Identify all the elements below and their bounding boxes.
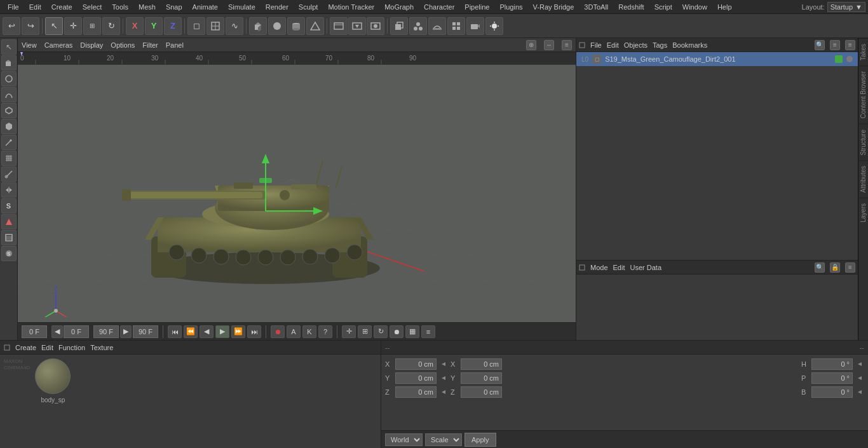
mograph-button[interactable] (409, 17, 427, 35)
menu-select[interactable]: Select (78, 2, 107, 12)
left-cube-btn[interactable] (1, 55, 17, 71)
deformer-button[interactable] (428, 17, 446, 35)
object-mode-button[interactable]: ◻ (187, 17, 205, 35)
attr-menu-mode[interactable]: Mode (590, 264, 608, 271)
render-view-button[interactable] (330, 17, 348, 35)
menu-help[interactable]: Help (712, 2, 737, 12)
current-frame-input[interactable] (22, 325, 47, 338)
menu-window[interactable]: Window (677, 2, 712, 12)
redo-button[interactable]: ↪ (22, 17, 39, 35)
camera-button[interactable] (466, 17, 484, 35)
left-paint-btn[interactable] (1, 230, 17, 245)
cylinder-button[interactable] (287, 17, 305, 35)
menu-simulate[interactable]: Simulate (223, 2, 261, 12)
y-axis-button[interactable]: Y (145, 17, 163, 35)
material-item[interactable]: body_sp (35, 358, 71, 404)
go-start-button[interactable]: ⏮ (168, 325, 182, 338)
left-snap-btn[interactable] (1, 214, 17, 229)
step-back-button[interactable]: ⏪ (184, 325, 198, 338)
menu-character[interactable]: Character (419, 2, 459, 12)
objects-menu-tags[interactable]: Tags (653, 41, 667, 49)
left-sphere-btn[interactable] (1, 71, 17, 86)
grid-button[interactable] (447, 17, 465, 35)
menu-plugins[interactable]: Plugins (494, 2, 527, 12)
vtab-content-browser[interactable]: Content Browser (858, 65, 868, 123)
scale-pb-btn[interactable]: ⊞ (358, 325, 372, 338)
left-nurbs-btn[interactable] (1, 103, 17, 118)
vtab-layers[interactable]: Layers (858, 198, 868, 227)
attr-menu-edit[interactable]: Edit (613, 264, 625, 271)
attr-lock-btn[interactable]: 🔒 (830, 262, 840, 273)
viewport-menu-view[interactable]: View (22, 41, 37, 49)
record-button[interactable]: ⏺ (271, 325, 285, 338)
menu-animate[interactable]: Animate (187, 2, 223, 12)
step-forward-button[interactable]: ⏩ (231, 325, 245, 338)
vtab-attributes[interactable]: Attributes (858, 160, 868, 198)
light-button[interactable] (485, 17, 503, 35)
viewport-menu-filter[interactable]: Filter (142, 41, 158, 49)
viewport-menu-display[interactable]: Display (80, 41, 103, 49)
settings-pb-btn[interactable]: ≡ (421, 325, 435, 338)
left-hex-btn[interactable] (1, 119, 17, 134)
menu-sculpt[interactable]: Sculpt (294, 2, 323, 12)
menu-snap[interactable]: Snap (161, 2, 187, 12)
material-menu-texture[interactable]: Texture (90, 344, 113, 351)
menu-motion-tracker[interactable]: Motion Tracker (323, 2, 379, 12)
objects-filter-btn[interactable]: ≡ (830, 40, 840, 50)
object-item-tank[interactable]: L0 ◻ S19_Msta_Green_Camouflage_Dirt2_001 (576, 52, 858, 66)
world-dropdown[interactable]: World (385, 433, 423, 446)
grid-pb-btn[interactable]: ▦ (405, 325, 419, 338)
menu-create[interactable]: Create (46, 2, 78, 12)
attr-search-btn[interactable]: 🔍 (815, 262, 825, 273)
x-axis-button[interactable]: X (126, 17, 144, 35)
coord-z-size-input[interactable] (461, 386, 502, 398)
attr-settings-btn[interactable]: ≡ (845, 262, 855, 273)
objects-menu-edit[interactable]: Edit (607, 41, 619, 49)
menu-edit[interactable]: Edit (24, 2, 46, 12)
layout-selector[interactable]: Startup ▼ (827, 2, 865, 12)
left-edit-btn[interactable] (1, 135, 17, 150)
play-forward-button[interactable]: ▶ (215, 325, 229, 338)
coord-x-size-input[interactable] (461, 358, 502, 370)
menu-render[interactable]: Render (261, 2, 294, 12)
left-s-btn[interactable]: S (1, 198, 17, 214)
material-menu-create[interactable]: Create (15, 344, 36, 351)
viewport-expand-btn[interactable]: ⊕ (526, 40, 536, 50)
frame-prev-btn[interactable]: ◀ (51, 325, 63, 338)
coord-p-input[interactable] (811, 372, 853, 384)
end-frame-input[interactable] (93, 325, 119, 338)
viewport-menu-cameras[interactable]: Cameras (44, 41, 73, 49)
help-button[interactable]: ? (318, 325, 332, 338)
vtab-takes[interactable]: Takes (858, 38, 868, 65)
objects-menu-bookmarks[interactable]: Bookmarks (672, 41, 707, 49)
left-select-btn[interactable]: ↖ (1, 39, 17, 55)
left-grid-btn[interactable] (1, 151, 17, 166)
coord-h-input[interactable] (811, 358, 853, 370)
render-button[interactable] (367, 17, 384, 35)
viewport-menu-options[interactable]: Options (111, 41, 135, 49)
scene-container[interactable]: X Y Z Perspective Grid Spacing : 1000 cm (18, 52, 576, 322)
left-mirror-btn[interactable] (1, 182, 17, 198)
menu-script[interactable]: Script (649, 2, 677, 12)
plane-button[interactable] (306, 17, 324, 35)
menu-3dtoall[interactable]: 3DToAll (579, 2, 613, 12)
rotate-pb-btn[interactable]: ↻ (374, 325, 388, 338)
menu-vray[interactable]: V-Ray Bridge (528, 2, 580, 12)
coord-b-input[interactable] (811, 386, 853, 398)
scale-tool-button[interactable]: ⊞ (83, 17, 101, 35)
polygon-mode-button[interactable] (207, 17, 224, 35)
key-all-button[interactable]: K (302, 325, 316, 338)
menu-pipeline[interactable]: Pipeline (459, 2, 494, 12)
apply-button[interactable]: Apply (465, 433, 496, 447)
viewport-menu-panel[interactable]: Panel (166, 41, 184, 49)
render-settings-button[interactable] (348, 17, 366, 35)
left-cut-btn[interactable] (1, 166, 17, 182)
auto-key-button[interactable]: A (287, 325, 301, 338)
frame-next-btn[interactable]: ▶ (120, 325, 132, 338)
z-axis-button[interactable]: Z (164, 17, 182, 35)
objects-settings-btn[interactable]: ≡ (845, 40, 855, 50)
viewport-more-btn[interactable]: ≡ (562, 40, 572, 50)
start-frame-input[interactable] (64, 325, 89, 338)
cube-button[interactable] (249, 17, 267, 35)
material-menu-function[interactable]: Function (58, 344, 85, 351)
